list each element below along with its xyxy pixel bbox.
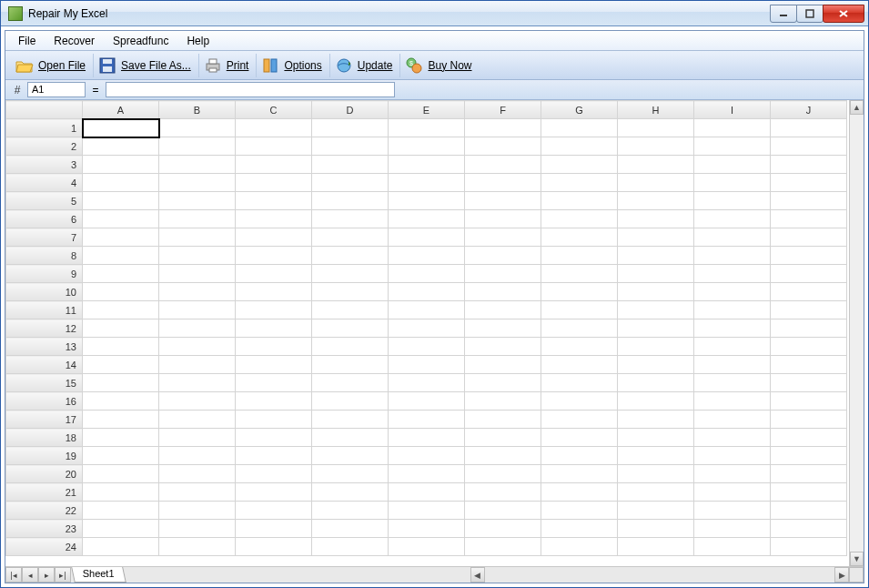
cell-A16[interactable] [83, 392, 159, 411]
cell-F19[interactable] [465, 447, 541, 465]
cell-D22[interactable] [312, 502, 389, 520]
cell-A1[interactable] [83, 119, 159, 137]
cell-H9[interactable] [618, 265, 694, 283]
cell-C12[interactable] [236, 319, 312, 338]
cell-B10[interactable] [159, 283, 236, 301]
formula-input[interactable] [106, 82, 395, 97]
cell-C3[interactable] [236, 156, 312, 174]
cell-C23[interactable] [236, 520, 312, 538]
cell-H2[interactable] [618, 137, 694, 156]
cell-C10[interactable] [236, 283, 312, 301]
cell-C16[interactable] [236, 392, 312, 411]
cell-D5[interactable] [312, 192, 389, 210]
cell-F2[interactable] [465, 137, 541, 156]
cell-J6[interactable] [771, 210, 847, 228]
column-header-H[interactable]: H [618, 101, 694, 119]
cell-H19[interactable] [618, 447, 694, 465]
cell-J16[interactable] [771, 392, 847, 411]
cell-J7[interactable] [771, 228, 847, 247]
cell-I9[interactable] [694, 265, 771, 283]
cell-D16[interactable] [312, 392, 389, 411]
row-header-18[interactable]: 18 [6, 429, 83, 447]
cell-I15[interactable] [694, 374, 771, 392]
cell-C22[interactable] [236, 502, 312, 520]
cell-E3[interactable] [389, 156, 465, 174]
menu-help[interactable]: Help [177, 33, 218, 49]
cell-A2[interactable] [83, 137, 159, 156]
cell-C20[interactable] [236, 465, 312, 483]
cell-J3[interactable] [771, 156, 847, 174]
cell-B12[interactable] [159, 319, 236, 338]
cell-B9[interactable] [159, 265, 236, 283]
cell-E24[interactable] [389, 538, 465, 556]
cell-E12[interactable] [389, 319, 465, 338]
cell-E21[interactable] [389, 483, 465, 502]
cell-G14[interactable] [541, 356, 618, 374]
cell-G2[interactable] [541, 137, 618, 156]
cell-G7[interactable] [541, 228, 618, 247]
cell-I24[interactable] [694, 538, 771, 556]
cell-H4[interactable] [618, 174, 694, 192]
cell-G22[interactable] [541, 502, 618, 520]
buy-now-button[interactable]: $ Buy Now [400, 54, 479, 77]
cell-H12[interactable] [618, 319, 694, 338]
cell-I1[interactable] [694, 119, 771, 137]
cell-B13[interactable] [159, 338, 236, 356]
cell-I10[interactable] [694, 283, 771, 301]
row-header-13[interactable]: 13 [6, 338, 83, 356]
sheet-nav-last[interactable]: ▸| [55, 567, 71, 583]
cell-I3[interactable] [694, 156, 771, 174]
scroll-right-button[interactable]: ▶ [834, 567, 849, 583]
save-file-button[interactable]: Save File As... [94, 54, 199, 77]
column-header-G[interactable]: G [541, 101, 618, 119]
cell-I17[interactable] [694, 411, 771, 429]
minimize-button[interactable] [770, 5, 797, 23]
cell-G19[interactable] [541, 447, 618, 465]
cell-A17[interactable] [83, 411, 159, 429]
cell-C18[interactable] [236, 429, 312, 447]
cell-E15[interactable] [389, 374, 465, 392]
cell-D6[interactable] [312, 210, 389, 228]
cell-F16[interactable] [465, 392, 541, 411]
cell-I12[interactable] [694, 319, 771, 338]
cell-E4[interactable] [389, 174, 465, 192]
cell-J10[interactable] [771, 283, 847, 301]
cell-D1[interactable] [312, 119, 389, 137]
column-header-A[interactable]: A [83, 101, 159, 119]
cell-F18[interactable] [465, 429, 541, 447]
cell-A11[interactable] [83, 301, 159, 319]
cell-B15[interactable] [159, 374, 236, 392]
column-header-E[interactable]: E [389, 101, 465, 119]
row-header-4[interactable]: 4 [6, 174, 83, 192]
cell-E22[interactable] [389, 502, 465, 520]
cell-E11[interactable] [389, 301, 465, 319]
grid-viewport[interactable]: ABCDEFGHIJ 12345678910111213141516171819… [5, 100, 849, 566]
cell-H3[interactable] [618, 156, 694, 174]
cell-B18[interactable] [159, 429, 236, 447]
cell-F13[interactable] [465, 338, 541, 356]
cell-J4[interactable] [771, 174, 847, 192]
cell-A9[interactable] [83, 265, 159, 283]
cell-H10[interactable] [618, 283, 694, 301]
cell-F7[interactable] [465, 228, 541, 247]
row-header-6[interactable]: 6 [6, 210, 83, 228]
cell-H1[interactable] [618, 119, 694, 137]
sheet-nav-first[interactable]: |◂ [5, 567, 22, 583]
cell-B16[interactable] [159, 392, 236, 411]
cell-D14[interactable] [312, 356, 389, 374]
cell-G24[interactable] [541, 538, 618, 556]
cell-H16[interactable] [618, 392, 694, 411]
update-button[interactable]: Update [330, 54, 401, 77]
cell-H20[interactable] [618, 465, 694, 483]
row-header-1[interactable]: 1 [6, 119, 83, 137]
cell-F12[interactable] [465, 319, 541, 338]
cell-I23[interactable] [694, 520, 771, 538]
row-header-11[interactable]: 11 [6, 301, 83, 319]
cell-E7[interactable] [389, 228, 465, 247]
cell-H23[interactable] [618, 520, 694, 538]
cell-A3[interactable] [83, 156, 159, 174]
row-header-7[interactable]: 7 [6, 228, 83, 247]
cell-G3[interactable] [541, 156, 618, 174]
cell-H11[interactable] [618, 301, 694, 319]
cell-D11[interactable] [312, 301, 389, 319]
